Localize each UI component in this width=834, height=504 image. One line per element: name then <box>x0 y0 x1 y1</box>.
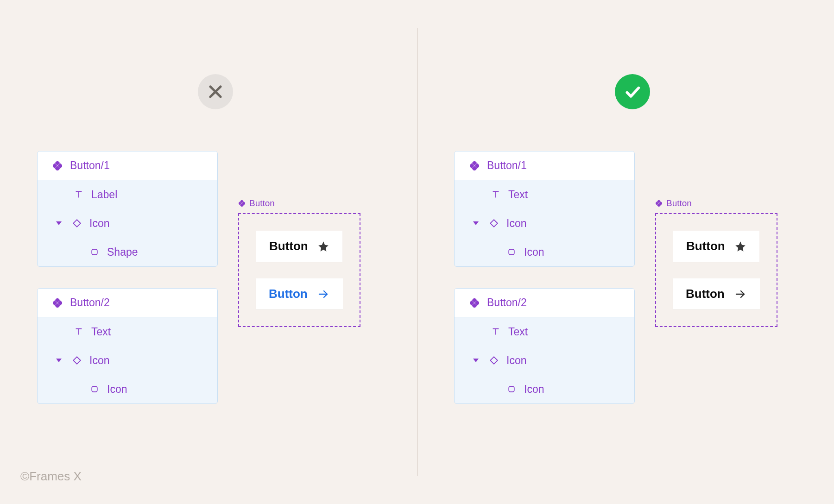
preview-label-text: Button <box>666 198 692 208</box>
square-icon <box>88 246 101 258</box>
button-text: Button <box>269 239 308 253</box>
svg-rect-13 <box>92 386 97 392</box>
svg-rect-29 <box>490 357 498 364</box>
layer-label: Text <box>508 189 528 201</box>
layer-row: Icon <box>455 375 634 403</box>
svg-rect-12 <box>73 357 81 364</box>
component-icon <box>238 200 246 207</box>
chevron-down-icon <box>56 359 62 362</box>
check-icon <box>623 82 642 101</box>
button-preview-arrow: Button <box>673 278 760 309</box>
layer-header: Button/1 <box>455 151 634 180</box>
layer-row: Text <box>455 317 634 346</box>
square-icon <box>505 383 518 395</box>
layer-panel-button-2: Button/2 Text Icon <box>454 288 635 404</box>
diamond-icon <box>71 354 83 366</box>
text-icon <box>490 326 502 338</box>
layer-label: Icon <box>506 354 526 367</box>
button-preview-star: Button <box>256 231 342 262</box>
layer-label: Icon <box>89 354 109 367</box>
layer-panel-button-1: Button/1 Text Icon <box>454 151 635 267</box>
layer-row: Icon <box>455 346 634 375</box>
layer-label: Icon <box>89 217 109 230</box>
layer-row: Icon <box>455 209 634 238</box>
component-icon <box>655 200 663 207</box>
star-icon <box>317 240 329 252</box>
layer-name: Button/2 <box>70 296 110 309</box>
preview-area-wrong: Button Button Button <box>238 198 360 327</box>
preview-frame: Button Button <box>238 213 360 327</box>
layer-row: Label <box>38 180 217 209</box>
diamond-icon <box>488 354 500 366</box>
layer-label: Shape <box>107 246 138 258</box>
layer-panels-wrong: Button/1 Label Icon <box>37 151 218 404</box>
wrong-example-panel: Button/1 Label Icon <box>0 0 417 504</box>
layer-header: Button/1 <box>38 151 217 180</box>
x-badge <box>198 74 233 109</box>
layer-row: Shape <box>38 238 217 266</box>
credit-text: ©Frames X <box>20 469 82 484</box>
svg-rect-30 <box>509 386 514 392</box>
layer-panel-button-1: Button/1 Label Icon <box>37 151 218 267</box>
component-icon <box>51 297 63 309</box>
preview-frame-label: Button <box>238 198 360 208</box>
svg-rect-7 <box>92 249 97 255</box>
layer-label: Icon <box>524 246 544 258</box>
preview-frame-label: Button <box>655 198 777 208</box>
layer-name: Button/1 <box>70 159 110 172</box>
button-text: Button <box>686 239 725 253</box>
svg-rect-23 <box>490 220 498 227</box>
chevron-down-icon <box>56 221 62 225</box>
component-icon <box>468 160 480 172</box>
comparison-diagram: Button/1 Label Icon <box>0 0 834 504</box>
text-icon <box>490 189 502 201</box>
check-badge <box>615 74 650 109</box>
diamond-icon <box>71 217 83 229</box>
component-icon <box>468 297 480 309</box>
chevron-down-icon <box>473 359 479 362</box>
layer-header: Button/2 <box>455 289 634 317</box>
arrow-right-icon <box>734 289 747 300</box>
button-preview-arrow: Button <box>256 278 343 309</box>
preview-label-text: Button <box>249 198 275 208</box>
chevron-down-icon <box>473 221 479 225</box>
star-icon <box>734 240 746 252</box>
preview-area-correct: Button Button Button <box>655 198 777 327</box>
text-icon <box>73 189 85 201</box>
layer-label: Icon <box>506 217 526 230</box>
layer-panels-correct: Button/1 Text Icon <box>454 151 635 404</box>
x-icon <box>207 83 224 101</box>
layer-name: Button/2 <box>487 296 527 309</box>
button-text: Button <box>269 287 308 301</box>
preview-frame: Button Button <box>655 213 777 327</box>
layer-header: Button/2 <box>38 289 217 317</box>
layer-row: Icon <box>38 209 217 238</box>
layer-label: Icon <box>107 383 127 396</box>
correct-example-panel: Button/1 Text Icon <box>417 0 834 504</box>
layer-label: Label <box>91 189 117 201</box>
layer-row: Icon <box>38 346 217 375</box>
layer-row: Icon <box>38 375 217 403</box>
text-icon <box>73 326 85 338</box>
svg-rect-6 <box>73 220 81 227</box>
button-preview-star: Button <box>673 231 759 262</box>
button-text: Button <box>686 287 725 301</box>
square-icon <box>88 383 101 395</box>
layer-label: Icon <box>524 383 544 396</box>
layer-name: Button/1 <box>487 159 527 172</box>
layer-row: Text <box>38 317 217 346</box>
layer-row: Text <box>455 180 634 209</box>
layer-panel-button-2: Button/2 Text Icon <box>37 288 218 404</box>
layer-label: Text <box>91 326 111 338</box>
layer-row: Icon <box>455 238 634 266</box>
square-icon <box>505 246 518 258</box>
layer-label: Text <box>508 326 528 338</box>
svg-rect-24 <box>509 249 514 255</box>
arrow-right-icon <box>317 289 330 300</box>
component-icon <box>51 160 63 172</box>
diamond-icon <box>488 217 500 229</box>
